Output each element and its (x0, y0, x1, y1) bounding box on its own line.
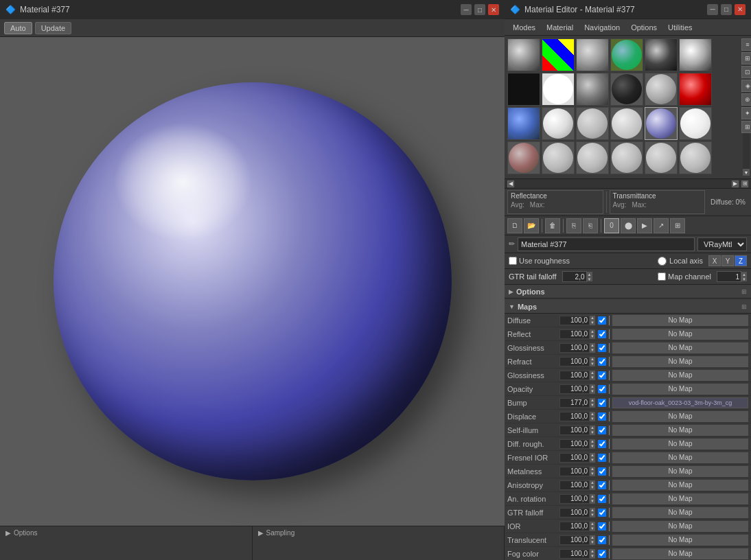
menu-modes[interactable]: Modes (507, 22, 541, 33)
gtr-spinner-up[interactable]: ▲ (587, 272, 592, 277)
left-maximize-button[interactable]: □ (474, 4, 485, 15)
mat-tool-delete[interactable]: 🗑 (545, 218, 560, 233)
vert-btn-5[interactable]: ⊕ (741, 93, 751, 106)
map-check-1[interactable] (598, 330, 606, 338)
map-check-12[interactable] (598, 481, 606, 489)
right-close-button[interactable]: ✕ (735, 4, 746, 15)
map-spinner-up-9[interactable]: ▲ (590, 439, 595, 444)
map-button-0[interactable]: No Map (612, 315, 748, 326)
mat-name-input[interactable] (518, 237, 695, 251)
thumb-1[interactable] (507, 38, 540, 71)
menu-material[interactable]: Material (541, 22, 579, 33)
sampling-header[interactable]: ▶ Sampling (258, 529, 499, 537)
map-button-17[interactable]: No Map (612, 548, 748, 559)
thumb-24[interactable] (679, 141, 712, 174)
map-spinner-down-14[interactable]: ▼ (590, 513, 595, 517)
map-value-input-0[interactable] (559, 316, 590, 325)
thumb-16[interactable] (610, 107, 643, 140)
map-value-input-4[interactable] (559, 371, 590, 380)
menu-options[interactable]: Options (625, 22, 662, 33)
map-check-8[interactable] (598, 426, 606, 434)
map-value-input-13[interactable] (559, 494, 590, 504)
map-spinner-down-4[interactable]: ▼ (590, 375, 595, 380)
mat-tool-open[interactable]: 📂 (524, 218, 539, 233)
map-spinner-down-7[interactable]: ▼ (590, 417, 595, 421)
map-spinner-down-6[interactable]: ▼ (590, 403, 595, 408)
options-section-expand[interactable]: ⊞ (741, 288, 747, 295)
thumb-scroll-down[interactable]: ▼ (743, 169, 750, 176)
map-spinner-down-3[interactable]: ▼ (590, 362, 595, 366)
map-button-11[interactable]: No Map (612, 466, 748, 477)
map-check-11[interactable] (598, 467, 606, 476)
vert-btn-6[interactable]: ✦ (741, 107, 751, 119)
map-button-4[interactable]: No Map (612, 370, 748, 381)
gtr-spinner-down[interactable]: ▼ (587, 277, 592, 281)
map-spinner-down-10[interactable]: ▼ (590, 458, 595, 463)
map-value-input-5[interactable] (559, 384, 590, 394)
left-minimize-button[interactable]: ─ (461, 4, 472, 15)
map-check-9[interactable] (598, 440, 606, 448)
map-check-17[interactable] (598, 550, 606, 558)
maps-section-expand[interactable]: ⊞ (741, 303, 747, 310)
map-button-13[interactable]: No Map (612, 493, 748, 504)
thumb-12[interactable] (679, 73, 712, 106)
map-check-4[interactable] (598, 371, 606, 380)
map-button-1[interactable]: No Map (612, 329, 748, 340)
map-spinner-up-15[interactable]: ▲ (590, 522, 595, 526)
thumb-3[interactable] (576, 38, 609, 71)
thumb-13[interactable] (507, 107, 540, 140)
vert-btn-3[interactable]: ⊡ (741, 66, 751, 78)
map-channel-checkbox[interactable] (658, 272, 666, 281)
thumb-18[interactable] (679, 107, 712, 140)
map-check-3[interactable] (598, 358, 606, 366)
collapse-right-btn[interactable]: ▶ (732, 180, 739, 187)
map-spinner-up-10[interactable]: ▲ (590, 453, 595, 458)
use-roughness-checkbox[interactable] (509, 257, 517, 265)
map-value-input-1[interactable] (559, 329, 590, 339)
map-spinner-up-7[interactable]: ▲ (590, 412, 595, 417)
map-check-5[interactable] (598, 385, 606, 393)
map-check-0[interactable] (598, 316, 606, 325)
mat-tool-sphere[interactable]: ⬤ (621, 218, 636, 233)
map-check-6[interactable] (598, 399, 606, 407)
thumb-6[interactable] (679, 38, 712, 71)
map-spinner-up-16[interactable]: ▲ (590, 535, 595, 540)
map-spinner-down-0[interactable]: ▼ (590, 320, 595, 325)
map-spinner-up-12[interactable]: ▲ (590, 480, 595, 485)
map-spinner-up-2[interactable]: ▲ (590, 343, 595, 348)
mat-tool-new[interactable]: 🗋 (507, 218, 522, 233)
map-value-input-9[interactable] (559, 439, 590, 449)
thumb-4[interactable] (610, 38, 643, 71)
map-channel-spinner-down[interactable]: ▼ (741, 277, 747, 281)
map-spinner-down-11[interactable]: ▼ (590, 471, 595, 476)
map-value-input-8[interactable] (559, 425, 590, 435)
thumb-19[interactable] (507, 141, 540, 174)
map-spinner-up-13[interactable]: ▲ (590, 494, 595, 499)
map-spinner-down-15[interactable]: ▼ (590, 526, 595, 531)
mat-tool-preview[interactable]: ▶ (637, 218, 652, 233)
left-close-button[interactable]: ✕ (488, 4, 499, 15)
map-value-input-16[interactable] (559, 535, 590, 545)
map-button-7[interactable]: No Map (612, 411, 748, 422)
map-spinner-up-4[interactable]: ▲ (590, 371, 595, 375)
thumb-23[interactable] (645, 141, 678, 174)
map-value-input-2[interactable] (559, 343, 590, 353)
axis-z-button[interactable]: Z (735, 255, 747, 266)
map-spinner-down-8[interactable]: ▼ (590, 430, 595, 435)
map-spinner-up-6[interactable]: ▲ (590, 398, 595, 403)
mat-tool-zero[interactable]: 0 (604, 218, 619, 233)
mat-type-select[interactable]: VRayMtl (697, 237, 747, 251)
map-button-9[interactable]: No Map (612, 439, 748, 450)
thumb-7[interactable] (507, 73, 540, 106)
map-value-input-11[interactable] (559, 467, 590, 476)
map-spinner-down-12[interactable]: ▼ (590, 485, 595, 490)
map-spinner-down-5[interactable]: ▼ (590, 389, 595, 394)
map-button-12[interactable]: No Map (612, 480, 748, 491)
map-channel-spinner-up[interactable]: ▲ (741, 272, 747, 277)
auto-button[interactable]: Auto (4, 22, 32, 34)
map-button-8[interactable]: No Map (612, 425, 748, 436)
vert-btn-2[interactable]: ⊞ (741, 52, 751, 65)
update-button[interactable]: Update (35, 22, 71, 34)
map-spinner-up-11[interactable]: ▲ (590, 467, 595, 471)
thumb-21[interactable] (576, 141, 609, 174)
